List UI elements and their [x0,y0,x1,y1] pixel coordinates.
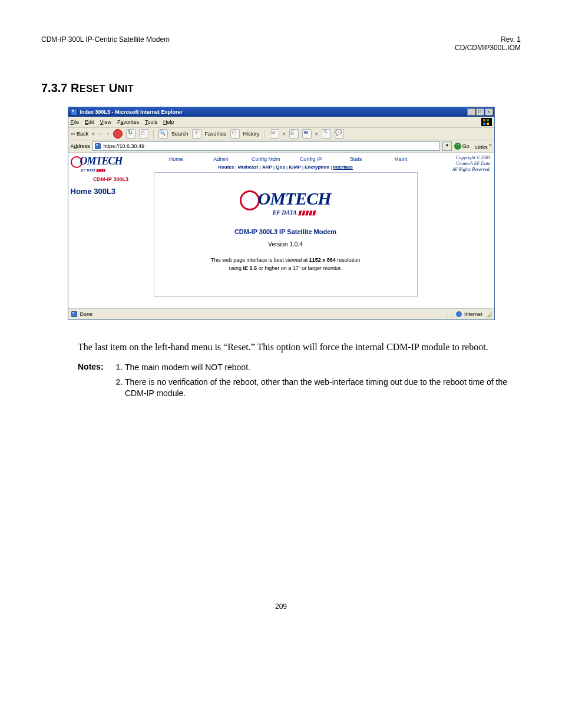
subnav-qos[interactable]: Qos [276,164,285,170]
ie-icon [71,108,78,116]
panel-title: CDM-IP 300L3 IP Satellite Modem [160,228,411,235]
notes-label: Notes: [78,362,113,403]
right-panel: Home Admin Config Mdm Config IP Stats Ma… [154,153,494,308]
toolbar: ⇦ Back ▾ ⇨ ▾ Search Favorites History ▾ … [68,128,494,140]
status-zone: Internet [464,311,482,317]
nav-config-ip[interactable]: Config IP [288,155,333,163]
copyright: Copyright © 2003 Comtech EF Data All Rig… [452,155,490,173]
mail-icon[interactable] [270,129,279,139]
screenshot: Index 300L3 - Microsoft Internet Explore… [68,107,495,320]
address-bar: Address https://10.6.30.49 ▾ Go Links » [68,140,494,153]
history-icon[interactable] [230,129,240,139]
menu-help[interactable]: Help [163,119,174,125]
subnav-igmp[interactable]: IGMP [289,164,300,170]
messenger-icon[interactable] [335,129,344,139]
go-button[interactable]: Go [454,143,470,150]
menu-tools[interactable]: Tools [145,119,157,125]
left-panel: OMTECH EF DATA ▮▮▮▮▮. CDM-IP 300L3 Home … [68,153,154,308]
print-icon[interactable] [289,129,299,139]
nav-admin[interactable]: Admin [199,155,243,163]
favorites-button[interactable]: Favorites [205,131,227,137]
done-icon [71,311,77,317]
page-content: OMTECH EF DATA ▮▮▮▮▮. CDM-IP 300L3 Home … [68,153,494,308]
subnav-multicast[interactable]: Multicast [238,164,259,170]
panel-logo: OMTECH EF DATA ▮▮▮▮▮. [160,190,411,216]
note-2: There is no verification of the reboot, … [125,377,521,399]
body-paragraph: The last item on the left-hand menu is “… [78,341,521,354]
panel-version: Version 1.0.4 [160,241,411,248]
search-icon[interactable] [158,129,168,139]
edit-icon[interactable] [302,129,312,139]
welcome-panel: OMTECH EF DATA ▮▮▮▮▮. CDM-IP 300L3 IP Sa… [154,172,418,297]
subnav-encryption[interactable]: Encryption [305,164,329,170]
page-number: 209 [41,602,521,611]
nav-maint[interactable]: Maint [378,155,423,163]
window-title: Index 300L3 - Microsoft Internet Explore… [80,109,183,115]
address-dropdown[interactable]: ▾ [442,141,452,151]
nav-stats[interactable]: Stats [333,155,378,163]
minimize-button[interactable]: _ [467,108,475,116]
subnav-routes[interactable]: Routes [218,164,234,170]
page-icon [95,143,101,149]
header-left: CDM-IP 300L IP-Centric Satellite Modem [41,35,170,44]
go-icon [454,143,461,150]
discuss-icon[interactable] [322,129,331,139]
note-1: The main modem will NOT reboot. [125,362,521,373]
maximize-button[interactable]: □ [476,108,484,116]
search-button[interactable]: Search [171,131,189,137]
comtech-logo: OMTECH EF DATA ▮▮▮▮▮. [71,156,151,174]
notes-block: Notes: The main modem will NOT reboot. T… [78,362,521,403]
status-bar: Done Internet [68,308,494,319]
forward-button[interactable]: ⇨ [98,131,103,137]
sub-nav: Routes | Multicast | ARP | Qos | IGMP | … [154,164,494,170]
back-button[interactable]: ⇦ Back [71,131,89,137]
menu-file[interactable]: File [71,119,80,125]
model-label: CDM-IP 300L3 [71,176,151,182]
nav-config-mdm[interactable]: Config Mdm [243,155,288,163]
ms-flag-icon [481,118,492,126]
history-button[interactable]: History [243,131,260,137]
main-nav: Home Admin Config Mdm Config IP Stats Ma… [154,153,494,163]
favorites-icon[interactable] [192,129,201,139]
menu-edit[interactable]: Edit [85,119,94,125]
home-icon[interactable] [139,129,148,139]
home-heading: Home 300L3 [71,187,151,196]
menu-bar: File Edit View Favorites Tools Help [68,117,494,128]
menu-favorites[interactable]: Favorites [117,119,139,125]
links-label[interactable]: Links » [475,143,492,150]
subnav-arp[interactable]: ARP [262,164,272,170]
refresh-icon[interactable] [126,129,135,139]
close-button[interactable]: × [485,108,493,116]
address-label: Address [71,143,90,149]
panel-note: This web page interface is best viewed a… [160,256,411,272]
page-header: CDM-IP 300L IP-Centric Satellite Modem R… [41,35,521,52]
status-done: Done [80,311,93,317]
stop-icon[interactable] [113,129,123,139]
subnav-interface[interactable]: Interface [333,164,353,170]
nav-home[interactable]: Home [154,155,199,163]
menu-view[interactable]: View [100,119,111,125]
header-right: Rev. 1 CD/CDMIP300L.IOM [455,35,521,52]
section-heading: 7.3.7 RESET UNIT [41,81,521,95]
window-titlebar: Index 300L3 - Microsoft Internet Explore… [68,107,494,117]
resize-grip[interactable] [485,311,492,318]
address-value: https://10.6.30.49 [104,143,145,149]
address-input[interactable]: https://10.6.30.49 [92,141,440,151]
zone-icon [456,311,462,317]
